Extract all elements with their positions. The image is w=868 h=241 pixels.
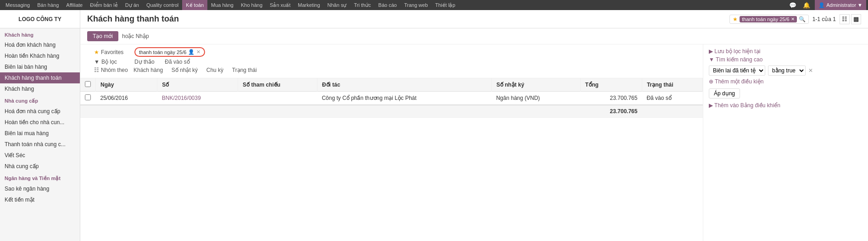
star-filter-icon: ★ — [94, 49, 99, 55]
bell-icon[interactable]: 🔔 — [801, 2, 812, 9]
nav-tri-thuc[interactable]: Tri thức — [350, 0, 374, 10]
adv-select-condition1[interactable]: Biên lai đã tiền tệ — [709, 66, 765, 76]
list-view-icon[interactable]: ☷ — [840, 14, 850, 24]
save-filter-text: ▶ Lưu bộ lọc hiện tại — [709, 48, 760, 55]
favorites-label: ★ Favorites — [94, 49, 131, 55]
or-import-text: hoặc Nhập — [122, 33, 149, 39]
cell-trang-thai: Đã vào sổ — [642, 92, 702, 105]
nav-san-xuat[interactable]: Sản xuất — [266, 0, 294, 10]
company-logo: LOGO CÔNG TY — [0, 10, 80, 28]
adv-condition-remove[interactable]: ✕ — [808, 67, 813, 74]
sidebar-item-bien-lai-ban-hang[interactable]: Biên lai bán hàng — [0, 61, 80, 72]
section-title-khach-hang: Khách hàng — [0, 28, 80, 39]
select-all-checkbox[interactable] — [85, 81, 91, 87]
adv-search-link[interactable]: ▼ Tìm kiếm nâng cao — [709, 56, 862, 63]
table-area: Ngày Số Số tham chiếu Đối tác Số nhật ký… — [80, 78, 703, 118]
group-link-khach-hang[interactable]: Khách hàng — [134, 67, 163, 73]
cell-so[interactable]: BNK/2016/0039 — [157, 92, 238, 105]
row-checkbox[interactable] — [85, 94, 91, 100]
sidebar-item-hoan-tien-kh[interactable]: Hoàn tiền Khách hàng — [0, 50, 80, 61]
save-filter-link[interactable]: ▶ Lưu bộ lọc hiện tại — [709, 48, 862, 55]
sidebar-item-bien-lai-mua-hang[interactable]: Biên lai mua hàng — [0, 128, 80, 139]
sidebar-item-hoa-don-ncc[interactable]: Hoá đơn nhà cung cấp — [0, 106, 80, 117]
sidebar-item-sao-ke-ngan-hang[interactable]: Sao kê ngân hàng — [0, 183, 80, 194]
cell-ngay: 25/06/2016 — [96, 92, 157, 105]
nav-quality-control[interactable]: Quality control — [143, 0, 182, 10]
search-box: ★ thanh toán ngày 25/6 ✕ 🔍 — [729, 15, 808, 24]
col-so: Số — [157, 78, 238, 92]
sidebar-item-viet-sec[interactable]: Viết Séc — [0, 150, 80, 161]
content-body: ★ Favorites thanh toán ngày 25/6 👤 ✕ ▼ B… — [80, 44, 868, 241]
cell-so-tham-chieu — [238, 92, 317, 105]
total-status-empty — [642, 105, 702, 118]
adv-select-condition2[interactable]: bằng true — [768, 66, 806, 76]
nav-kho-hang[interactable]: Kho hàng — [237, 0, 266, 10]
search-tag-close[interactable]: ✕ — [791, 16, 795, 22]
nav-affiliate[interactable]: Affiliate — [62, 0, 86, 10]
nav-mua-hang[interactable]: Mua hàng — [207, 0, 237, 10]
col-ngay: Ngày — [96, 78, 157, 92]
row-checkbox-cell — [80, 92, 96, 105]
add-dashboard-link[interactable]: ▶ Thêm vào Bảng điều khiển — [709, 102, 862, 109]
add-condition-text: ⊕ Thêm một điều kiện — [709, 78, 763, 85]
nav-bao-cao[interactable]: Báo cáo — [375, 0, 401, 10]
nav-messaging[interactable]: Messaging — [2, 0, 33, 10]
table-row: 25/06/2016 BNK/2016/0039 Công ty Cổ phần… — [80, 92, 703, 105]
filter-tag-x[interactable]: ✕ — [196, 49, 200, 55]
main-header: Khách hàng thanh toán ★ thanh toán ngày … — [80, 10, 868, 28]
sidebar-item-nha-cung-cap[interactable]: Nhà cung cấp — [0, 161, 80, 172]
user-menu[interactable]: 👤 Administrator ▼ — [815, 0, 866, 10]
group-link-so-nhat-ky[interactable]: Số nhật ký — [172, 67, 198, 73]
grid-view-icon[interactable]: ▩ — [851, 14, 861, 24]
total-empty — [80, 105, 580, 118]
cell-tong: 23.700.765 — [580, 92, 642, 105]
sidebar-item-ket-tien-mat[interactable]: Kết tiền mặt — [0, 194, 80, 205]
nav-thiet-lap[interactable]: Thiết lập — [432, 0, 459, 10]
nav-marketing[interactable]: Marketing — [294, 0, 323, 10]
sidebar-item-hoa-don-kh[interactable]: Hoá đơn khách hàng — [0, 39, 80, 50]
nav-nhan-su[interactable]: Nhân sự — [324, 0, 351, 10]
col-so-nhat-ky: Số nhật ký — [491, 78, 580, 92]
sidebar-item-thanh-toan-ncc[interactable]: Thanh toán nhà cung c... — [0, 139, 80, 150]
page-title: Khách hàng thanh toán — [87, 14, 179, 24]
search-icon[interactable]: 🔍 — [799, 16, 806, 22]
col-checkbox — [80, 78, 96, 92]
sidebar-item-khach-hang-thanh-toan[interactable]: Khách hàng thanh toán — [0, 72, 80, 83]
nav-trang-web[interactable]: Trang web — [401, 0, 432, 10]
view-icons: ☷ ▩ — [840, 14, 861, 24]
nav-du-an[interactable]: Dự án — [122, 0, 143, 10]
nhom-theo-label: ☷ Nhóm theo — [94, 67, 131, 73]
section-title-ngan-hang: Ngân hàng và Tiền mặt — [0, 172, 80, 183]
chat-icon[interactable]: 💬 — [787, 2, 798, 9]
add-dashboard-text: ▶ Thêm vào Bảng điều khiển — [709, 102, 780, 109]
nav-ke-toan[interactable]: Kế toán — [182, 0, 207, 10]
filter-link-da-vao-so[interactable]: Đã vào sổ — [165, 59, 189, 65]
total-value: 23.700.765 — [580, 105, 642, 118]
group-link-chu-ky[interactable]: Chu kỳ — [206, 67, 223, 73]
total-row: 23.700.765 — [80, 105, 703, 118]
group-link-trang-thai[interactable]: Trạng thái — [232, 67, 257, 73]
filter-link-du-thao[interactable]: Dự thảo — [134, 59, 155, 65]
sidebar-item-khach-hang[interactable]: Khách hàng — [0, 83, 80, 94]
col-tong: Tổng — [580, 78, 642, 92]
nav-diem-ban-le[interactable]: Điểm bán lẻ — [86, 0, 121, 10]
create-button[interactable]: Tạo mới — [87, 31, 118, 41]
filter-area: ★ Favorites thanh toán ngày 25/6 👤 ✕ ▼ B… — [80, 44, 703, 78]
apply-button-container: Áp dụng — [709, 88, 862, 99]
add-condition-link[interactable]: ⊕ Thêm một điều kiện — [709, 78, 862, 85]
filter-tag-text: thanh toán ngày 25/6 — [139, 49, 186, 55]
person-icon: 👤 — [188, 49, 195, 55]
col-doi-tac: Đối tác — [317, 78, 491, 92]
user-name: Administrator — [826, 2, 856, 8]
section-title-nha-cung-cap: Nhà cung cấp — [0, 94, 80, 106]
main-content: Khách hàng thanh toán ★ thanh toán ngày … — [80, 10, 868, 241]
nav-ban-hang[interactable]: Bán hàng — [33, 0, 62, 10]
col-so-tham-chieu: Số tham chiếu — [238, 78, 317, 92]
filter-bo-loc-row: ▼ Bộ lọc Dự thảo Đã vào sổ — [94, 59, 696, 65]
sidebar-item-hoan-tien-ncc[interactable]: Hoàn tiền cho nhà cun... — [0, 117, 80, 128]
search-tag-text: thanh toán ngày 25/6 — [742, 16, 789, 22]
content-left: ★ Favorites thanh toán ngày 25/6 👤 ✕ ▼ B… — [80, 44, 703, 241]
group-icon: ☷ — [94, 67, 99, 73]
cell-doi-tac: Công ty Cổ phần thương mại Lộc Phát — [317, 92, 491, 105]
apply-button[interactable]: Áp dụng — [709, 88, 740, 99]
